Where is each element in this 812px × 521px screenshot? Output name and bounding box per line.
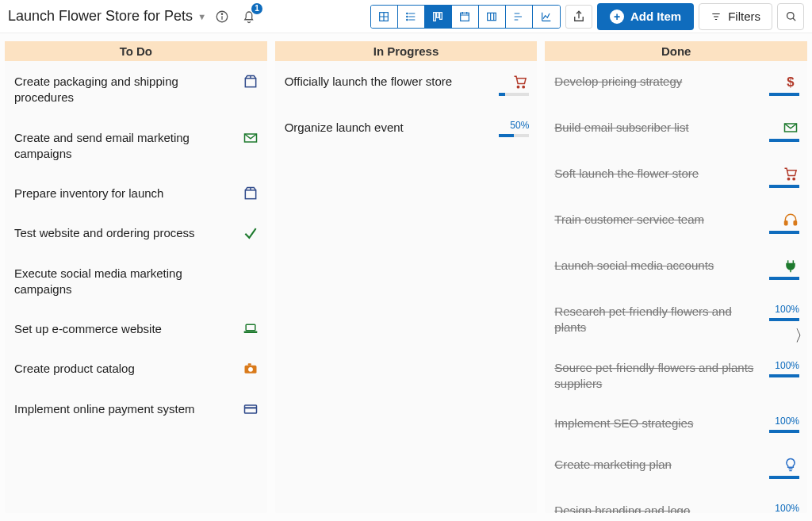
- view-list-button[interactable]: [398, 6, 425, 28]
- svg-rect-49: [794, 221, 796, 225]
- task-progress-label: 100%: [775, 360, 799, 371]
- chevron-down-icon: ▼: [197, 12, 206, 21]
- column-done: Done Develop pricing strategy$Build emai…: [545, 41, 807, 513]
- task-title: Implement online payment system: [14, 401, 195, 417]
- task-card[interactable]: Soft launch the flower store: [554, 158, 799, 204]
- envelope-icon: [242, 130, 259, 146]
- task-card[interactable]: Prepare inventory for launch: [14, 178, 259, 217]
- task-card[interactable]: Implement online payment system: [14, 393, 259, 433]
- task-card[interactable]: Train customer service team: [554, 204, 799, 250]
- view-grid-button[interactable]: [371, 6, 398, 28]
- task-side: 100%: [768, 503, 799, 513]
- view-gantt-button[interactable]: [506, 6, 533, 28]
- scroll-right-indicator[interactable]: 〉: [795, 325, 810, 347]
- task-card[interactable]: Create marketing plan: [554, 449, 799, 495]
- task-title: Create product catalog: [14, 361, 135, 377]
- column-todo: To Do Create packaging and shipping proc…: [5, 41, 267, 513]
- task-side: 100%: [768, 304, 799, 321]
- svg-rect-19: [488, 13, 496, 20]
- share-icon: [572, 10, 586, 24]
- svg-point-28: [787, 13, 794, 20]
- task-card[interactable]: Execute social media marketing campaigns: [14, 258, 259, 314]
- svg-point-46: [787, 178, 789, 180]
- task-progress-bar: [499, 93, 529, 96]
- task-card[interactable]: Organize launch event50%: [285, 112, 530, 153]
- task-side: [228, 130, 259, 146]
- task-title: Train customer service team: [554, 212, 704, 228]
- share-button[interactable]: [565, 5, 592, 29]
- svg-rect-36: [243, 331, 257, 334]
- svg-rect-12: [434, 12, 436, 21]
- task-side: 100%: [768, 360, 799, 377]
- view-chart-button[interactable]: [533, 6, 560, 28]
- svg-point-43: [523, 86, 524, 88]
- task-progress-bar: [769, 430, 799, 433]
- task-card[interactable]: Develop pricing strategy$: [554, 66, 799, 112]
- task-card[interactable]: Design branding and logo100%: [554, 495, 799, 513]
- add-item-button[interactable]: + Add Item: [597, 3, 694, 30]
- task-title: Execute social media marketing campaigns: [14, 266, 220, 298]
- task-card[interactable]: Launch social media accounts: [554, 250, 799, 296]
- task-title: Test website and ordering process: [14, 225, 195, 241]
- page-title: Launch Flower Store for Pets: [8, 8, 193, 25]
- column-body-todo: Create packaging and shipping procedures…: [5, 61, 267, 441]
- cart-icon: [511, 74, 529, 90]
- info-icon: [215, 10, 229, 24]
- task-title: Soft launch the flower store: [554, 166, 699, 182]
- task-title: Design branding and logo: [554, 503, 690, 513]
- svg-text:$: $: [787, 75, 795, 90]
- box-icon: [242, 186, 259, 201]
- task-card[interactable]: Create product catalog: [14, 353, 259, 393]
- task-title: Create packaging and shipping procedures: [14, 74, 220, 106]
- envelope-icon: [782, 120, 799, 136]
- task-progress-label: 100%: [775, 416, 799, 427]
- svg-rect-40: [244, 405, 256, 413]
- info-button[interactable]: [211, 6, 233, 28]
- notifications-button[interactable]: 1: [238, 6, 260, 28]
- task-progress-bar: [769, 476, 799, 479]
- task-card[interactable]: Test website and ordering process: [14, 217, 259, 257]
- kanban-board: To Do Create packaging and shipping proc…: [0, 33, 812, 521]
- box-icon: [242, 74, 259, 90]
- svg-point-10: [407, 16, 408, 17]
- column-header-todo: To Do: [5, 41, 267, 61]
- task-card[interactable]: Build email subscriber list: [554, 112, 799, 158]
- task-progress-bar: [769, 374, 799, 377]
- task-title: Implement SEO strategies: [554, 416, 693, 431]
- task-card[interactable]: Officially launch the flower store: [285, 66, 530, 112]
- svg-rect-14: [440, 12, 442, 19]
- cart-icon: [782, 166, 799, 182]
- task-card[interactable]: Set up e-commerce website: [14, 313, 259, 353]
- svg-rect-30: [245, 79, 255, 87]
- view-timeline-button[interactable]: [479, 6, 506, 28]
- view-kanban-button[interactable]: [425, 6, 452, 28]
- task-card[interactable]: Implement SEO strategies100%: [554, 408, 799, 449]
- task-card[interactable]: Source pet-friendly flowers and plants s…: [554, 352, 799, 408]
- svg-point-42: [518, 86, 519, 88]
- task-side: [768, 457, 799, 479]
- task-card[interactable]: Research pet-friendly flowers and plants…: [554, 296, 799, 352]
- task-side: [228, 186, 259, 201]
- task-title: Source pet-friendly flowers and plants s…: [554, 360, 760, 393]
- task-card[interactable]: Create packaging and shipping procedures: [14, 66, 259, 122]
- dollar-icon: $: [782, 74, 799, 90]
- svg-point-11: [407, 19, 408, 20]
- view-calendar-button[interactable]: [452, 6, 479, 28]
- view-switcher: [370, 5, 561, 29]
- add-item-label: Add Item: [630, 10, 681, 23]
- task-side: [768, 258, 799, 280]
- task-side: [228, 321, 259, 337]
- task-card[interactable]: Create and send email marketing campaign…: [14, 122, 259, 178]
- filters-button[interactable]: Filters: [699, 3, 772, 30]
- search-button[interactable]: [777, 3, 804, 30]
- task-title: Research pet-friendly flowers and plants: [554, 304, 760, 336]
- task-side: [228, 74, 259, 90]
- task-side: [768, 212, 799, 234]
- task-side: $: [768, 74, 799, 96]
- svg-point-47: [793, 178, 795, 180]
- svg-rect-33: [245, 190, 255, 199]
- task-title: Create marketing plan: [554, 457, 672, 473]
- notification-badge: 1: [251, 3, 262, 14]
- card-icon: [242, 401, 259, 417]
- title-group[interactable]: Launch Flower Store for Pets ▼: [8, 8, 206, 25]
